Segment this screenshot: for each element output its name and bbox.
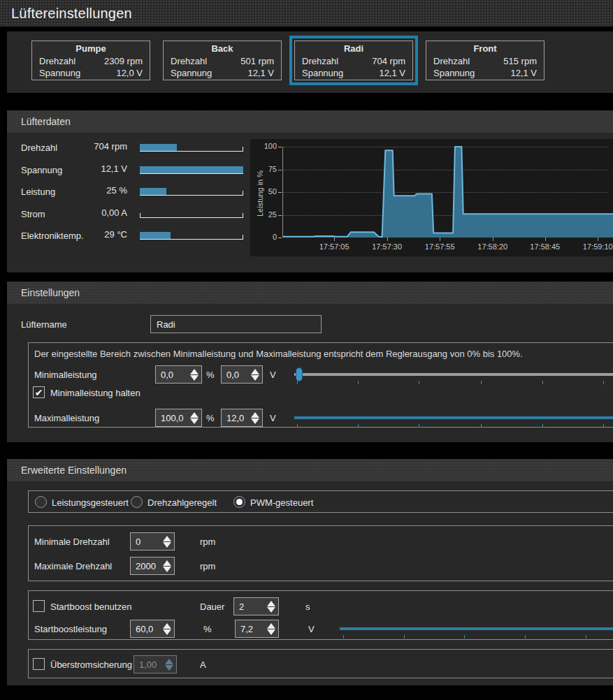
fan-card-voltage-label: Spannung bbox=[302, 67, 343, 79]
fan-name-input[interactable] bbox=[150, 315, 322, 333]
spinner-down-icon[interactable] bbox=[163, 542, 171, 548]
startboost-power-spinner[interactable]: 60,0 bbox=[130, 620, 175, 638]
startboost-duration-spinner[interactable]: 2 bbox=[233, 597, 279, 615]
fan-data-value: 29 °C bbox=[81, 229, 127, 240]
spinner-up-icon[interactable] bbox=[267, 601, 275, 606]
spinner-down-icon[interactable] bbox=[267, 607, 275, 613]
max-rpm-unit: rpm bbox=[200, 561, 215, 571]
min-power-percent-unit: % bbox=[206, 370, 215, 380]
spinner-down-icon[interactable] bbox=[190, 418, 199, 424]
min-power-volt-spinner[interactable]: 0,0 bbox=[221, 365, 263, 384]
x-tick bbox=[493, 238, 493, 241]
electronics-temp-gauge bbox=[140, 231, 243, 240]
startboost-volt-value: 7,2 bbox=[236, 624, 264, 634]
mode-radio-pwm-gesteuert[interactable] bbox=[233, 496, 245, 508]
startboost-power-unit: % bbox=[203, 624, 212, 634]
startboost-power-slider[interactable] bbox=[340, 621, 613, 636]
y-tick bbox=[278, 192, 282, 193]
spinner-up-icon[interactable] bbox=[190, 369, 199, 374]
spinner-up-icon[interactable] bbox=[251, 412, 259, 418]
startboost-volt-spinner[interactable]: 7,2 bbox=[235, 620, 279, 638]
fan-card-pumpe[interactable]: Pumpe Drehzahl2309 rpm Spannung12,0 V bbox=[31, 41, 150, 80]
spinner-down-icon[interactable] bbox=[267, 629, 275, 635]
fan-data-panel: Lüfterdaten Drehzahl 704 rpm Spannung 12… bbox=[7, 110, 613, 272]
spinner-down-icon[interactable] bbox=[251, 375, 259, 381]
max-rpm-label: Maximale Drehzahl bbox=[34, 561, 112, 571]
startboost-volt-unit: V bbox=[308, 624, 315, 634]
overcurrent-label: Überstromsicherung bbox=[50, 659, 132, 670]
spinner-down-icon bbox=[165, 665, 173, 671]
spinner-up-icon[interactable] bbox=[251, 369, 259, 374]
max-power-percent-value: 100,0 bbox=[156, 413, 187, 423]
fan-card-speed-label: Drehzahl bbox=[39, 55, 75, 67]
advanced-settings-header: Erweiterte Einstellungen bbox=[7, 459, 613, 481]
overcurrent-checkbox[interactable] bbox=[33, 658, 45, 670]
fan-card-voltage-value: 12,1 V bbox=[247, 67, 274, 79]
min-power-percent-value: 0,0 bbox=[156, 370, 187, 380]
max-power-percent-spinner[interactable]: 100,0 bbox=[155, 409, 202, 427]
min-power-slider[interactable] bbox=[294, 367, 613, 382]
min-rpm-spinner[interactable]: 0 bbox=[130, 532, 175, 550]
power-area-series bbox=[283, 147, 613, 238]
fan-card-back[interactable]: Back Drehzahl501 rpm Spannung12,1 V bbox=[163, 41, 282, 80]
startboost-groupbox: Startboost benutzen Dauer 2 s Startboost… bbox=[28, 590, 613, 640]
spinner-up-icon[interactable] bbox=[163, 623, 171, 629]
x-tick-label: 17:58:20 bbox=[470, 242, 515, 251]
startboost-checkbox[interactable] bbox=[33, 600, 45, 612]
fan-card-speed-value: 704 rpm bbox=[372, 55, 405, 67]
hold-min-power-checkbox[interactable]: ✔ bbox=[33, 386, 45, 398]
min-power-volt-value: 0,0 bbox=[222, 370, 248, 380]
fan-data-value: 704 rpm bbox=[81, 141, 127, 152]
spinner-up-icon[interactable] bbox=[163, 560, 171, 566]
x-tick-label: 17:57:30 bbox=[365, 242, 410, 251]
y-tick-label: 50 bbox=[256, 187, 277, 196]
fan-card-speed-value: 2309 rpm bbox=[104, 55, 143, 67]
max-power-volt-unit: V bbox=[270, 413, 276, 423]
x-tick bbox=[545, 238, 546, 241]
max-power-percent-unit: % bbox=[206, 413, 215, 423]
fan-name-label: Lüftername bbox=[21, 319, 67, 330]
rpm-range-groupbox: Minimale Drehzahl 0 rpm Maximale Drehzah… bbox=[28, 525, 613, 581]
x-tick bbox=[440, 238, 440, 241]
mode-radio-leistungsgesteuert[interactable] bbox=[35, 496, 47, 508]
spinner-up-icon bbox=[165, 659, 173, 664]
max-power-volt-spinner[interactable]: 12,0 bbox=[221, 409, 263, 427]
spinner-down-icon[interactable] bbox=[251, 418, 259, 424]
fan-data-value: 25 % bbox=[81, 185, 127, 196]
fan-card-voltage-value: 12,1 V bbox=[510, 67, 537, 79]
fan-card-title: Pumpe bbox=[32, 43, 150, 54]
spinner-down-icon[interactable] bbox=[163, 567, 171, 572]
fan-card-radi-selected[interactable]: Radi Drehzahl704 rpm Spannung12,1 V bbox=[294, 41, 413, 80]
spinner-up-icon[interactable] bbox=[163, 536, 171, 541]
fan-card-front[interactable]: Front Drehzahl515 rpm Spannung12,1 V bbox=[426, 41, 545, 80]
fan-card-speed-label: Drehzahl bbox=[171, 55, 207, 67]
min-rpm-label: Minimale Drehzahl bbox=[34, 537, 110, 547]
min-power-volt-unit: V bbox=[270, 370, 276, 380]
slider-thumb[interactable] bbox=[296, 367, 303, 381]
y-tick bbox=[278, 238, 282, 238]
mode-label-pwm-gesteuert: PWM-gesteuert bbox=[250, 497, 313, 508]
min-power-label: Minimalleistung bbox=[34, 370, 97, 380]
hold-min-power-label: Minimalleistung halten bbox=[50, 388, 140, 398]
page-title: Lüftereinstellungen bbox=[11, 6, 132, 22]
mode-radio-drehzahlgeregelt[interactable] bbox=[131, 496, 143, 508]
spinner-down-icon[interactable] bbox=[190, 375, 199, 381]
fan-data-row: Spannung bbox=[21, 163, 62, 176]
fan-card-voltage-value: 12,1 V bbox=[379, 67, 405, 79]
spinner-down-icon[interactable] bbox=[163, 629, 171, 635]
fan-card-speed-label: Drehzahl bbox=[302, 55, 338, 67]
spinner-up-icon[interactable] bbox=[267, 623, 275, 629]
y-tick bbox=[278, 170, 282, 170]
min-power-percent-spinner[interactable]: 0,0 bbox=[155, 365, 202, 384]
check-icon: ✔ bbox=[35, 387, 43, 398]
max-power-label: Maximalleistung bbox=[34, 413, 99, 423]
overcurrent-groupbox: Überstromsicherung 1,00 A bbox=[28, 649, 613, 678]
fan-card-speed-value: 501 rpm bbox=[240, 55, 274, 67]
y-tick bbox=[278, 147, 282, 147]
max-power-slider[interactable] bbox=[294, 410, 613, 425]
max-rpm-spinner[interactable]: 2000 bbox=[130, 557, 175, 575]
spinner-up-icon[interactable] bbox=[190, 412, 199, 418]
x-tick-label: 17:57:05 bbox=[312, 242, 356, 251]
y-tick bbox=[278, 215, 282, 216]
voltage-gauge bbox=[140, 165, 243, 174]
